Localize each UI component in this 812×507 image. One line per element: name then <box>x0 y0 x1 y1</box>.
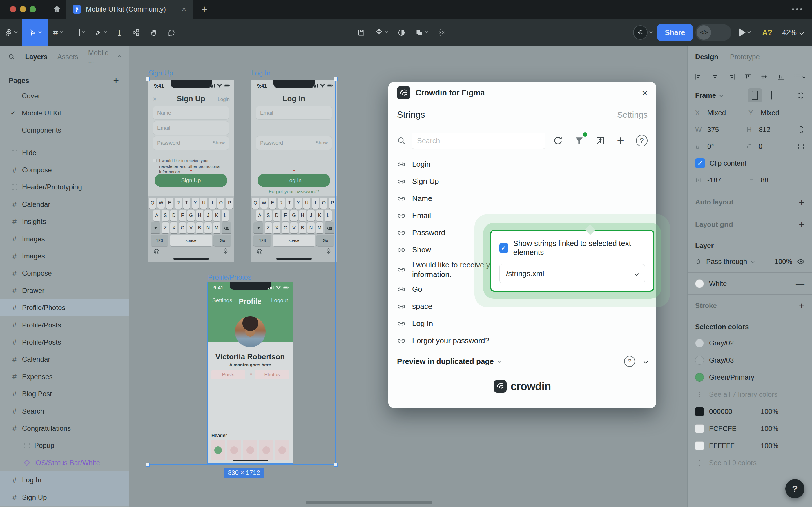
home-icon[interactable] <box>52 5 61 14</box>
library-color-row[interactable]: Gray/03 <box>688 351 812 369</box>
layer-row[interactable]: # iOS/Status Bar/White <box>0 454 129 471</box>
portrait-orientation-button[interactable] <box>748 89 762 102</box>
preview-toggle-label[interactable]: Preview in duplicated page <box>397 357 494 366</box>
align-vertical-centers-icon[interactable] <box>760 73 768 80</box>
layer-row[interactable]: # Sign Up <box>0 489 129 506</box>
x-position-input[interactable]: XMixed <box>695 109 749 117</box>
selection-bounding-box[interactable] <box>148 79 336 465</box>
landscape-orientation-button[interactable] <box>766 91 772 100</box>
string-row[interactable]: Log In <box>397 315 648 332</box>
language-badge[interactable]: A? <box>758 28 776 37</box>
resize-to-fit-icon[interactable] <box>797 92 805 99</box>
layer-row[interactable]: # Header/Prototyping <box>0 179 129 196</box>
corner-radius-input[interactable]: 0 <box>747 143 798 151</box>
tab-design[interactable]: Design <box>695 53 718 61</box>
y-position-input[interactable]: YMixed <box>749 109 802 117</box>
layer-row[interactable]: # Calendar <box>0 196 129 213</box>
layer-row[interactable]: # Search <box>0 403 129 420</box>
constrain-proportions-icon[interactable] <box>798 126 805 133</box>
comment-tool-button[interactable] <box>163 18 180 46</box>
clip-content-row[interactable]: ✓ Clip content <box>688 155 812 172</box>
share-button[interactable]: Share <box>657 24 693 41</box>
create-component-button[interactable] <box>370 18 393 46</box>
align-right-icon[interactable] <box>728 73 736 80</box>
add-stroke-button[interactable]: + <box>799 300 805 312</box>
layer-row[interactable]: # Log In <box>0 471 129 489</box>
selection-handle-ne[interactable] <box>334 77 338 81</box>
boolean-groups-button[interactable] <box>410 18 433 46</box>
close-window-button[interactable] <box>10 6 16 12</box>
new-tab-button[interactable]: + <box>201 0 207 18</box>
page-row[interactable]: ✓ Components <box>0 121 129 138</box>
page-row[interactable]: ✓ Mobile UI Kit <box>0 104 129 121</box>
horizontal-scrollbar[interactable] <box>306 501 432 504</box>
independent-corners-icon[interactable] <box>798 143 805 150</box>
remove-fill-button[interactable]: — <box>796 279 805 289</box>
show-linked-checkbox[interactable]: ✓ <box>500 243 508 253</box>
see-all-library-colors[interactable]: ⋮See all 7 library colors <box>688 386 812 403</box>
page-dropdown[interactable]: Mobile ... <box>88 49 121 65</box>
opacity-input[interactable]: 100% <box>774 258 792 266</box>
layer-row[interactable]: # Congratulations <box>0 420 129 437</box>
color-swatch[interactable] <box>695 339 704 347</box>
height-input[interactable]: H812 <box>747 126 798 134</box>
frame-label-login[interactable]: Log In <box>251 69 271 77</box>
align-top-icon[interactable] <box>744 73 752 80</box>
string-row[interactable]: Login <box>397 156 648 173</box>
layer-row[interactable]: # Images <box>0 247 129 265</box>
see-all-colors[interactable]: ⋮See all 9 colors <box>688 454 812 471</box>
text-tool-button[interactable]: T <box>112 18 127 46</box>
color-swatch[interactable] <box>695 373 704 382</box>
file-tab[interactable]: Mobile UI kit (Community) × <box>66 0 192 18</box>
align-left-icon[interactable] <box>695 73 702 80</box>
tab-settings[interactable]: Settings <box>617 110 648 120</box>
tab-layers[interactable]: Layers <box>25 53 47 61</box>
export-icon[interactable] <box>595 136 605 146</box>
hex-color-row[interactable]: FFFFFF 100% <box>688 437 812 454</box>
close-tab-icon[interactable]: × <box>182 5 186 13</box>
counter-axis-input[interactable]: -187 <box>695 176 749 184</box>
mask-button[interactable] <box>393 18 410 46</box>
search-icon[interactable] <box>8 53 15 61</box>
zoom-menu[interactable]: 42% <box>779 29 806 37</box>
rotation-input[interactable]: 0° <box>695 143 747 151</box>
color-swatch[interactable] <box>695 356 704 364</box>
dev-mode-toggle[interactable]: </> <box>695 24 732 41</box>
layer-row[interactable]: # Expenses <box>0 368 129 385</box>
align-bottom-icon[interactable] <box>777 73 785 80</box>
preview-help-icon[interactable]: ? <box>624 356 635 367</box>
main-menu-button[interactable] <box>0 18 22 46</box>
library-color-row[interactable]: Green/Primary <box>688 369 812 386</box>
width-input[interactable]: W375 <box>695 126 747 134</box>
layer-row[interactable]: # Profile/Posts <box>0 317 129 334</box>
layer-row[interactable]: # Compose <box>0 265 129 282</box>
align-horizontal-centers-icon[interactable] <box>711 73 719 80</box>
frame-label-signup[interactable]: Sign Up <box>148 69 173 77</box>
visibility-eye-icon[interactable] <box>797 258 805 265</box>
tab-strings[interactable]: Strings <box>397 110 617 120</box>
close-plugin-icon[interactable]: × <box>642 88 648 98</box>
layer-row[interactable]: # Compose <box>0 161 129 178</box>
fill-swatch[interactable] <box>695 279 704 288</box>
hex-color-row[interactable]: FCFCFE 100% <box>688 420 812 437</box>
layer-row[interactable]: # Blog Post <box>0 385 129 402</box>
clip-content-checkbox[interactable]: ✓ <box>695 158 705 168</box>
present-button[interactable] <box>734 18 755 46</box>
help-fab-button[interactable]: ? <box>785 479 805 498</box>
layer-row[interactable]: # Hide <box>0 144 129 161</box>
distribute-menu[interactable] <box>794 73 805 80</box>
frame-section-label[interactable]: Frame <box>695 91 716 100</box>
sync-icon[interactable] <box>553 136 563 146</box>
tab-assets[interactable]: Assets <box>57 53 78 61</box>
strings-file-select[interactable]: /strings.xml <box>500 264 645 283</box>
fill-row[interactable]: White — <box>688 275 812 292</box>
selection-handle-sw[interactable] <box>146 463 150 467</box>
hand-tool-button[interactable] <box>145 18 163 46</box>
string-row[interactable]: Forgot your password? <box>397 332 648 349</box>
tab-prototype[interactable]: Prototype <box>730 53 760 61</box>
edit-object-button[interactable] <box>352 18 370 46</box>
zoom-window-button[interactable] <box>30 6 36 12</box>
selection-handle-nw[interactable] <box>146 77 150 81</box>
string-row[interactable]: Sign Up <box>397 173 648 190</box>
layer-row[interactable]: # Calendar <box>0 351 129 368</box>
